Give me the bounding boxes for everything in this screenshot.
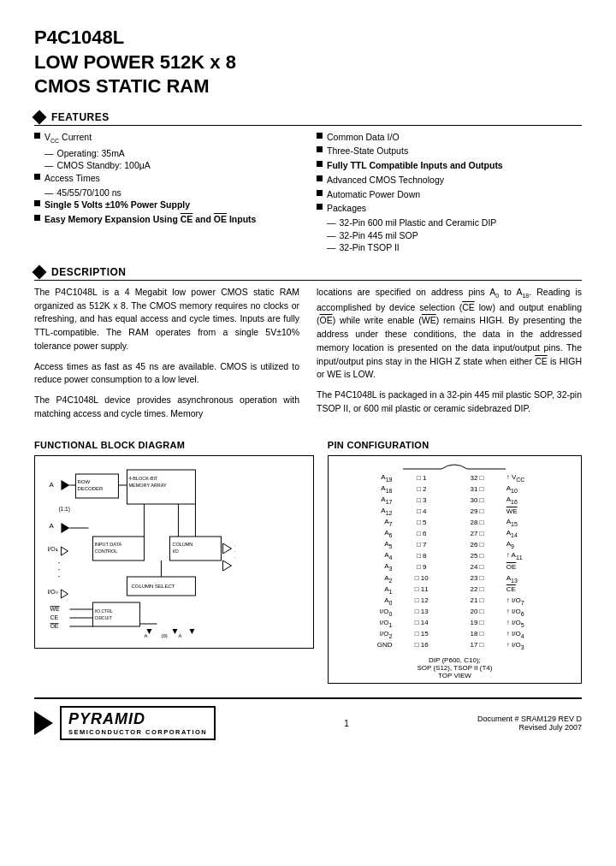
svg-text:I/O: I/O [172, 549, 179, 554]
table-row: A2 □ 10 23 □ A13 [334, 573, 576, 584]
table-row: A12 □ 4 29 □ WE [334, 507, 576, 518]
svg-text:CIRCUIT: CIRCUIT [94, 615, 111, 620]
svg-text:A: A [49, 522, 54, 530]
table-row: GND □ 16 17 □ ↑ I/O3 [334, 640, 576, 651]
svg-marker-12 [61, 523, 69, 533]
svg-text:A: A [144, 633, 147, 638]
svg-marker-27 [222, 543, 231, 554]
svg-text:MEMORY ARRAY: MEMORY ARRAY [128, 483, 167, 488]
features-columns: VCC Current —Operating: 35mA —CMOS Stand… [34, 131, 582, 254]
table-row: I/O1 □ 14 19 □ ↑ I/O5 [334, 618, 576, 629]
logo-text-area: PYRAMID SEMICONDUCTOR CORPORATION [60, 706, 216, 740]
features-title: FEATURES [51, 111, 110, 123]
svg-text:CE: CE [50, 614, 58, 620]
footer-document-info: Document # SRAM129 REV D Revised July 20… [477, 715, 582, 732]
description-header: DESCRIPTION [34, 266, 582, 281]
svg-text:CONTROL: CONTROL [94, 549, 117, 554]
package-notes: DIP (P600, C10); SOP (S12), TSOP II (T4)… [334, 656, 576, 679]
diamond-icon [33, 264, 47, 279]
feature-sub-access: —45/55/70/100 ns [34, 187, 299, 199]
table-row: A7 □ 5 28 □ A15 [334, 518, 576, 529]
svg-text:DECODER: DECODER [77, 486, 104, 491]
bullet-icon [317, 133, 323, 139]
table-row: A5 □ 7 26 □ A9 [334, 540, 576, 551]
features-right-col: Common Data I/O Three-State Outputs Full… [317, 131, 582, 254]
table-row: A0 □ 12 21 □ ↑ I/O7 [334, 596, 576, 607]
automatic-power-down-label: Automatic Power Down [327, 188, 420, 201]
bottom-section: FUNCTIONAL BLOCK DIAGRAM A ROW DECODER 4… [34, 440, 582, 685]
table-row: A3 □ 9 24 □ OE [334, 562, 576, 573]
table-row: A19 □ 1 32 □ ↑ VCC [334, 473, 576, 484]
logo-sub: SEMICONDUCTOR CORPORATION [68, 728, 207, 736]
list-item: Easy Memory Expansion Using CE and OE In… [34, 213, 299, 226]
description-section: DESCRIPTION The P4C1048L is a 4 Megabit … [34, 266, 582, 428]
svg-marker-31 [222, 561, 231, 571]
bullet-icon [317, 175, 323, 181]
pin-table: A19 □ 1 32 □ ↑ VCC A18 □ 2 31 □ A10 A17 … [334, 473, 576, 652]
footer-page-number: 1 [344, 719, 349, 728]
footer-section: PYRAMID SEMICONDUCTOR CORPORATION 1 Docu… [34, 697, 582, 740]
svg-text:4-BLOCK-BIT: 4-BLOCK-BIT [128, 476, 158, 481]
table-row: A6 □ 6 27 □ A14 [334, 529, 576, 540]
svg-text:·: · [234, 549, 235, 554]
block-diagram-box: A ROW DECODER 4-BLOCK-BIT MEMORY ARRAY (… [34, 455, 314, 649]
desc-para-4: locations are specified on address pins … [317, 286, 582, 382]
desc-para-3: The P4C1048L device provides asynchronou… [34, 394, 299, 421]
svg-text:I/O₀: I/O₀ [47, 589, 57, 595]
svg-marker-52 [172, 629, 177, 634]
description-right: locations are specified on address pins … [317, 286, 582, 428]
svg-text:·: · [57, 572, 60, 581]
block-diagram-svg: A ROW DECODER 4-BLOCK-BIT MEMORY ARRAY (… [40, 461, 308, 641]
functional-block-title: FUNCTIONAL BLOCK DIAGRAM [34, 440, 314, 450]
page-title: P4C1048L LOW POWER 512K x 8 CMOS STATIC … [34, 26, 582, 99]
svg-text:COLUMN: COLUMN [172, 542, 192, 547]
list-item: Single 5 Volts ±10% Power Supply [34, 199, 299, 211]
list-item: Advanced CMOS Technology [317, 174, 582, 187]
list-item: Fully TTL Compatible Inputs and Outputs [317, 159, 582, 172]
features-left-col: VCC Current —Operating: 35mA —CMOS Stand… [34, 131, 299, 254]
table-row: A18 □ 2 31 □ A10 [334, 484, 576, 495]
svg-text:WE: WE [50, 606, 60, 612]
bullet-icon [34, 174, 40, 180]
table-row: A17 □ 3 30 □ A16 [334, 495, 576, 507]
list-item: Access Times [34, 172, 299, 185]
functional-block-section: FUNCTIONAL BLOCK DIAGRAM A ROW DECODER 4… [34, 440, 314, 685]
svg-text:I/O₁: I/O₁ [47, 546, 57, 552]
feature-sub-vcc: —Operating: 35mA —CMOS Standby: 100μA [34, 147, 299, 172]
document-number: Document # SRAM129 REV D [477, 715, 582, 723]
list-item: Three-State Outputs [317, 145, 582, 157]
pin-config-title: PIN CONFIGURATION [328, 440, 582, 450]
bullet-icon [317, 146, 323, 152]
bullet-icon [317, 161, 323, 167]
logo-brand: PYRAMID [68, 710, 207, 728]
description-title: DESCRIPTION [51, 266, 127, 278]
table-row: I/O0 □ 13 20 □ ↑ I/O6 [334, 607, 576, 618]
revised-date: Revised July 2007 [477, 723, 582, 732]
description-columns: The P4C1048L is a 4 Megabit low power CM… [34, 286, 582, 428]
svg-text:A: A [49, 481, 54, 489]
list-item: Packages [317, 202, 582, 215]
bullet-icon [34, 200, 40, 206]
logo-triangle-icon [34, 711, 53, 735]
svg-text:OE: OE [50, 623, 58, 629]
list-item: VCC Current [34, 131, 299, 145]
features-section: FEATURES VCC Current —Operating: 35mA —C… [34, 111, 582, 254]
list-item: Common Data I/O [317, 131, 582, 144]
svg-text:·: · [234, 543, 235, 548]
svg-text:ROW: ROW [77, 479, 90, 484]
logo-area: PYRAMID SEMICONDUCTOR CORPORATION [34, 706, 216, 740]
bullet-icon [34, 215, 40, 221]
svg-text:(1:1): (1:1) [58, 506, 69, 513]
svg-marker-53 [189, 629, 194, 634]
title-section: P4C1048L LOW POWER 512K x 8 CMOS STATIC … [34, 26, 582, 99]
svg-text:·: · [234, 555, 235, 560]
bullet-icon [34, 133, 40, 139]
feature-sub-packages: —32-Pin 600 mil Plastic and Ceramic DIP … [317, 216, 582, 254]
desc-para-5: The P4C1048L is packaged in a 32-pin 445… [317, 389, 582, 416]
bullet-icon [317, 190, 323, 196]
list-item: Automatic Power Down [317, 188, 582, 201]
svg-rect-44 [92, 602, 139, 626]
svg-text:COLUMN SELECT: COLUMN SELECT [131, 584, 175, 589]
desc-para-2: Access times as fast as 45 ns are availa… [34, 360, 299, 388]
features-header: FEATURES [34, 111, 582, 126]
